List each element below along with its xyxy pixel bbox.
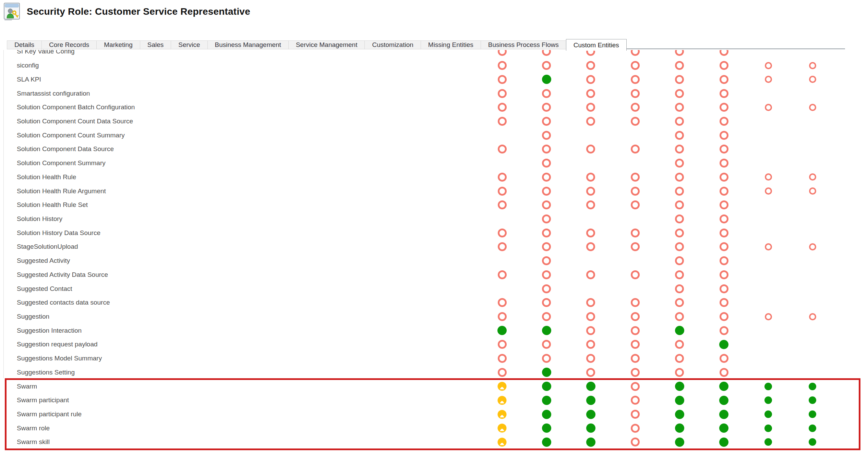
access-none-circle-icon[interactable] (631, 368, 640, 377)
access-none-circle-icon[interactable] (809, 313, 816, 320)
access-none-circle-icon[interactable] (498, 61, 507, 70)
access-none-circle-icon[interactable] (720, 159, 728, 168)
access-full-circle-icon[interactable] (675, 438, 684, 447)
access-none-circle-icon[interactable] (720, 242, 728, 251)
access-full-circle-icon[interactable] (542, 410, 551, 419)
access-none-circle-icon[interactable] (498, 50, 507, 56)
access-none-circle-icon[interactable] (720, 173, 728, 182)
access-none-circle-icon[interactable] (542, 173, 551, 182)
access-none-circle-icon[interactable] (542, 145, 551, 153)
access-full-circle-icon[interactable] (809, 425, 816, 432)
access-none-circle-icon[interactable] (631, 354, 640, 363)
access-none-circle-icon[interactable] (631, 117, 640, 126)
access-full-circle-icon[interactable] (809, 410, 816, 418)
access-none-circle-icon[interactable] (586, 312, 595, 321)
tab-missing-entities[interactable]: Missing Entities (421, 40, 481, 49)
access-none-circle-icon[interactable] (586, 173, 595, 182)
access-none-circle-icon[interactable] (720, 298, 728, 307)
access-none-circle-icon[interactable] (498, 354, 507, 363)
tab-core-records[interactable]: Core Records (41, 40, 97, 49)
access-none-circle-icon[interactable] (765, 243, 772, 250)
access-full-circle-icon[interactable] (542, 382, 551, 391)
access-none-circle-icon[interactable] (720, 284, 728, 293)
access-none-circle-icon[interactable] (631, 173, 640, 182)
access-none-circle-icon[interactable] (586, 270, 595, 279)
access-full-circle-icon[interactable] (675, 382, 684, 391)
access-none-circle-icon[interactable] (498, 89, 507, 98)
access-full-circle-icon[interactable] (542, 75, 551, 84)
access-none-circle-icon[interactable] (542, 103, 551, 112)
access-none-circle-icon[interactable] (675, 229, 684, 237)
access-none-circle-icon[interactable] (720, 75, 728, 84)
access-none-circle-icon[interactable] (498, 75, 507, 84)
access-none-circle-icon[interactable] (720, 131, 728, 140)
access-none-circle-icon[interactable] (809, 76, 816, 83)
access-none-circle-icon[interactable] (720, 50, 728, 56)
access-none-circle-icon[interactable] (631, 61, 640, 70)
access-none-circle-icon[interactable] (720, 229, 728, 237)
access-none-circle-icon[interactable] (631, 145, 640, 153)
access-user-circle-icon[interactable] (497, 410, 507, 419)
access-none-circle-icon[interactable] (809, 62, 816, 69)
access-none-circle-icon[interactable] (675, 75, 684, 84)
access-none-circle-icon[interactable] (542, 284, 551, 293)
access-none-circle-icon[interactable] (765, 173, 772, 181)
access-user-circle-icon[interactable] (497, 423, 507, 433)
access-full-circle-icon[interactable] (764, 425, 772, 432)
access-none-circle-icon[interactable] (675, 368, 684, 377)
access-none-circle-icon[interactable] (809, 173, 816, 181)
access-none-circle-icon[interactable] (631, 382, 640, 391)
access-full-circle-icon[interactable] (675, 396, 684, 405)
access-none-circle-icon[interactable] (631, 438, 640, 446)
tab-marketing[interactable]: Marketing (96, 40, 140, 49)
access-none-circle-icon[interactable] (675, 312, 684, 321)
access-none-circle-icon[interactable] (586, 340, 595, 349)
access-none-circle-icon[interactable] (542, 187, 551, 196)
access-full-circle-icon[interactable] (764, 396, 772, 404)
access-full-circle-icon[interactable] (764, 410, 772, 418)
access-none-circle-icon[interactable] (675, 159, 684, 168)
access-none-circle-icon[interactable] (498, 173, 507, 182)
access-none-circle-icon[interactable] (675, 298, 684, 307)
access-none-circle-icon[interactable] (586, 229, 595, 237)
access-none-circle-icon[interactable] (675, 145, 684, 153)
access-none-circle-icon[interactable] (498, 103, 507, 112)
access-none-circle-icon[interactable] (586, 187, 595, 196)
access-none-circle-icon[interactable] (720, 312, 728, 321)
access-none-circle-icon[interactable] (498, 340, 507, 349)
access-none-circle-icon[interactable] (631, 326, 640, 335)
access-none-circle-icon[interactable] (720, 354, 728, 363)
access-none-circle-icon[interactable] (675, 340, 684, 349)
access-none-circle-icon[interactable] (542, 354, 551, 363)
access-none-circle-icon[interactable] (586, 145, 595, 153)
access-none-circle-icon[interactable] (542, 340, 551, 349)
access-none-circle-icon[interactable] (720, 145, 728, 153)
access-none-circle-icon[interactable] (765, 187, 772, 195)
access-none-circle-icon[interactable] (498, 298, 507, 307)
access-none-circle-icon[interactable] (765, 62, 772, 69)
access-none-circle-icon[interactable] (765, 104, 772, 111)
access-none-circle-icon[interactable] (765, 313, 772, 320)
tab-service[interactable]: Service (171, 40, 207, 49)
access-full-circle-icon[interactable] (719, 410, 728, 419)
access-none-circle-icon[interactable] (675, 61, 684, 70)
access-none-circle-icon[interactable] (498, 312, 507, 321)
access-none-circle-icon[interactable] (631, 242, 640, 251)
access-none-circle-icon[interactable] (675, 117, 684, 126)
access-none-circle-icon[interactable] (498, 145, 507, 153)
access-none-circle-icon[interactable] (675, 131, 684, 140)
access-user-circle-icon[interactable] (497, 438, 507, 447)
access-full-circle-icon[interactable] (719, 423, 728, 433)
access-none-circle-icon[interactable] (498, 242, 507, 251)
access-none-circle-icon[interactable] (720, 214, 728, 223)
access-none-circle-icon[interactable] (586, 354, 595, 363)
access-full-circle-icon[interactable] (809, 383, 816, 390)
tab-service-management[interactable]: Service Management (288, 40, 365, 49)
access-none-circle-icon[interactable] (631, 89, 640, 98)
access-user-circle-icon[interactable] (497, 382, 507, 391)
access-none-circle-icon[interactable] (586, 368, 595, 377)
access-none-circle-icon[interactable] (631, 187, 640, 196)
access-full-circle-icon[interactable] (586, 396, 595, 405)
tab-sales[interactable]: Sales (140, 40, 171, 49)
access-none-circle-icon[interactable] (631, 312, 640, 321)
